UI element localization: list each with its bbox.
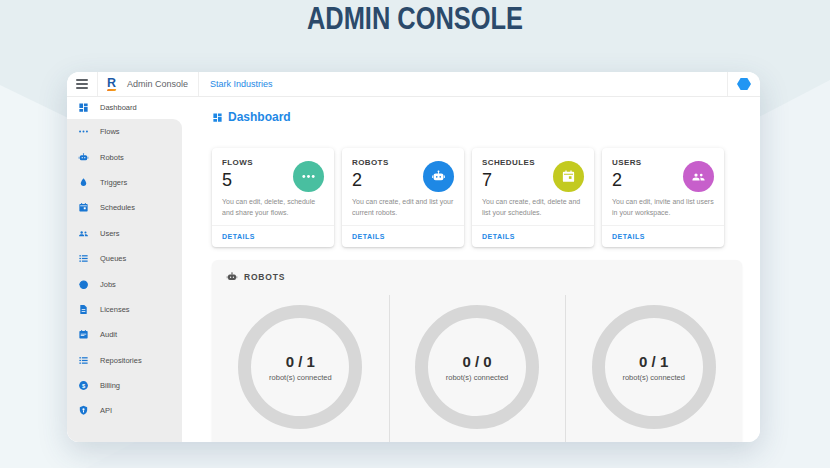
people-icon (78, 228, 89, 239)
event-note-icon (78, 329, 89, 340)
card-description: You can edit, invite and list users in y… (612, 197, 714, 218)
shield-lock-icon (78, 405, 89, 416)
card-footer: DETAILS (602, 225, 724, 247)
dashboard-icon (78, 102, 89, 113)
sidebar-item-jobs[interactable]: Jobs (67, 271, 182, 296)
details-link[interactable]: DETAILS (612, 233, 645, 240)
user-avatar[interactable] (737, 78, 751, 91)
sidebar-item-label: Queues (100, 254, 126, 263)
gauge-ring: 0 / 1 robot(s) connected (592, 305, 716, 429)
sidebar-item-robots[interactable]: Robots (67, 144, 182, 169)
menu-hamburger-icon[interactable] (67, 72, 98, 96)
logo-letter: R (107, 77, 119, 90)
stat-card-schedules: SCHEDULES 7 You can create, edit, delete… (472, 148, 594, 247)
sidebar-item-queues[interactable]: Queues (67, 246, 182, 271)
sidebar-item-label: Users (100, 229, 120, 238)
list-icon (78, 253, 89, 264)
gauge-value: 0 / 1 (286, 353, 315, 370)
gauge-value: 0 / 1 (639, 353, 668, 370)
sidebar-item-label: Jobs (100, 280, 116, 289)
sidebar-item-audit[interactable]: Audit (67, 322, 182, 347)
gauge-value: 0 / 0 (462, 353, 491, 370)
calendar-icon (553, 161, 584, 192)
top-bar: R Admin Console Stark Industries (67, 72, 760, 97)
avatar-zone (727, 72, 760, 96)
robots-section-header: ROBOTS (212, 260, 742, 283)
sidebar-item-label: Flows (100, 127, 120, 136)
sidebar-item-schedules[interactable]: Schedules (67, 195, 182, 220)
robots-section-title: ROBOTS (244, 272, 285, 282)
details-link[interactable]: DETAILS (482, 233, 515, 240)
document-icon (78, 304, 89, 315)
calendar-icon (78, 202, 89, 213)
gauge-ring: 0 / 0 robot(s) connected (415, 305, 539, 429)
page-title: ADMIN CONSOLE (75, 1, 756, 37)
app-window: R Admin Console Stark Industries Dashboa… (67, 72, 760, 442)
details-link[interactable]: DETAILS (352, 233, 385, 240)
sidebar-item-licenses[interactable]: Licenses (67, 297, 182, 322)
workspace-link[interactable]: Stark Industries (210, 79, 273, 89)
sidebar-block: Flows Robots Triggers Schedules (67, 119, 182, 442)
dollar-circle-icon: $ (78, 380, 89, 391)
card-footer: DETAILS (212, 225, 334, 247)
sidebar-item-label: Schedules (100, 203, 135, 212)
sidebar-item-triggers[interactable]: Triggers (67, 170, 182, 195)
ellipsis-icon (78, 126, 89, 137)
sidebar-item-label: Robots (100, 153, 124, 162)
stat-cards-row: FLOWS 5 You can edit, delete, schedule a… (212, 148, 724, 247)
sidebar-item-label: Audit (100, 330, 117, 339)
sidebar-item-repositories[interactable]: Repositories (67, 348, 182, 373)
sidebar-item-label: Repositories (100, 356, 142, 365)
stat-card-robots: ROBOTS 2 You can create, edit and list y… (342, 148, 464, 247)
gauge-caption: robot(s) connected (622, 373, 685, 382)
card-description: You can edit, delete, schedule and share… (222, 197, 324, 218)
sidebar-item-dashboard[interactable]: Dashboard (67, 96, 182, 119)
dashboard-icon (212, 112, 223, 123)
robot-icon (226, 271, 238, 283)
main-content: Dashboard FLOWS 5 You can edit, delete, … (182, 96, 760, 442)
sidebar-item-billing[interactable]: $ Billing (67, 373, 182, 398)
sidebar-item-label: Billing (100, 381, 120, 390)
robot-icon (78, 152, 89, 163)
card-footer: DETAILS (472, 225, 594, 247)
sidebar-item-api[interactable]: API (67, 398, 182, 423)
gauge-caption: robot(s) connected (269, 373, 332, 382)
ellipsis-icon (293, 161, 324, 192)
page-heading: Dashboard (212, 110, 291, 124)
gauge-ring: 0 / 1 robot(s) connected (238, 305, 362, 429)
app-logo: R (107, 77, 119, 92)
card-description: You can create, edit, delete and list yo… (482, 197, 584, 218)
sidebar: Dashboard Flows Robots Triggers (67, 96, 182, 442)
robot-gauge: 0 / 0 robot(s) connected (389, 292, 566, 442)
logo-swoosh (106, 89, 116, 91)
gauge-caption: robot(s) connected (446, 373, 509, 382)
robot-gauge: 0 / 1 robot(s) connected (212, 292, 389, 442)
sidebar-item-label: Licenses (100, 305, 130, 314)
sidebar-item-label: Triggers (100, 178, 127, 187)
robot-icon (423, 161, 454, 192)
topbar-divider (198, 72, 199, 96)
sidebar-item-label: Dashboard (100, 103, 137, 112)
stat-card-users: USERS 2 You can edit, invite and list us… (602, 148, 724, 247)
droplet-icon (78, 177, 89, 188)
history-clock-icon (78, 279, 89, 290)
list-icon (78, 355, 89, 366)
sidebar-item-label: API (100, 406, 112, 415)
robot-gauges: 0 / 1 robot(s) connected 0 / 0 robot(s) … (212, 292, 742, 442)
details-link[interactable]: DETAILS (222, 233, 255, 240)
sidebar-item-users[interactable]: Users (67, 221, 182, 246)
stat-card-flows: FLOWS 5 You can edit, delete, schedule a… (212, 148, 334, 247)
robots-section: ROBOTS 0 / 1 robot(s) connected 0 / 0 ro… (212, 260, 742, 442)
app-name: Admin Console (127, 79, 188, 89)
robot-gauge: 0 / 1 robot(s) connected (565, 292, 742, 442)
page-heading-label: Dashboard (228, 110, 291, 124)
card-description: You can create, edit and list your curre… (352, 197, 454, 218)
people-icon (683, 161, 714, 192)
sidebar-item-flows[interactable]: Flows (67, 119, 182, 144)
card-footer: DETAILS (342, 225, 464, 247)
